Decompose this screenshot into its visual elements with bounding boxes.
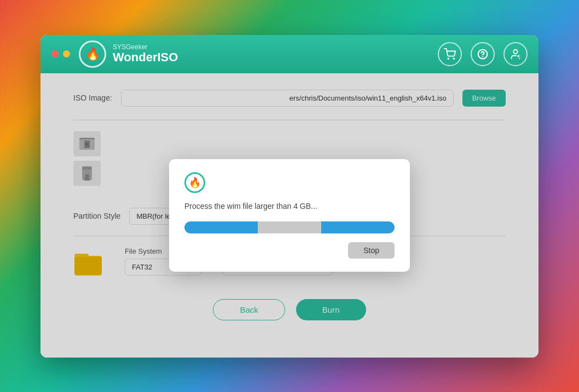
svg-point-4 <box>513 49 517 53</box>
logo-circle: 🔥 <box>79 40 106 68</box>
help-button[interactable] <box>471 42 495 66</box>
progress-right <box>321 221 395 233</box>
app-title: WonderISO <box>113 51 178 64</box>
cart-button[interactable] <box>438 42 462 66</box>
stop-button[interactable]: Stop <box>348 242 395 259</box>
svg-point-1 <box>453 58 454 59</box>
modal-overlay: 🔥 Process the wim file larger than 4 GB.… <box>40 73 539 358</box>
progress-bar <box>184 221 395 233</box>
titlebar: 🔥 SYSGeeker WonderISO <box>40 35 539 73</box>
close-button[interactable] <box>51 50 59 57</box>
flame-icon: 🔥 <box>85 47 100 61</box>
app-window: 🔥 SYSGeeker WonderISO <box>40 35 539 358</box>
progress-modal: 🔥 Process the wim file larger than 4 GB.… <box>169 159 410 272</box>
main-content: ISO Image: Browse <box>40 73 539 358</box>
app-name: SYSGeeker WonderISO <box>113 43 178 64</box>
company-name: SYSGeeker <box>113 43 178 51</box>
modal-icon: 🔥 <box>184 172 205 193</box>
progress-gap <box>258 221 321 233</box>
user-button[interactable] <box>503 42 528 66</box>
svg-point-0 <box>448 58 449 59</box>
flame-small-icon: 🔥 <box>189 177 201 189</box>
minimize-button[interactable] <box>63 50 70 57</box>
modal-message: Process the wim file larger than 4 GB... <box>184 202 317 210</box>
traffic-lights <box>51 50 70 57</box>
modal-footer: Stop <box>184 242 395 259</box>
progress-left <box>184 221 258 233</box>
titlebar-actions <box>438 42 528 66</box>
